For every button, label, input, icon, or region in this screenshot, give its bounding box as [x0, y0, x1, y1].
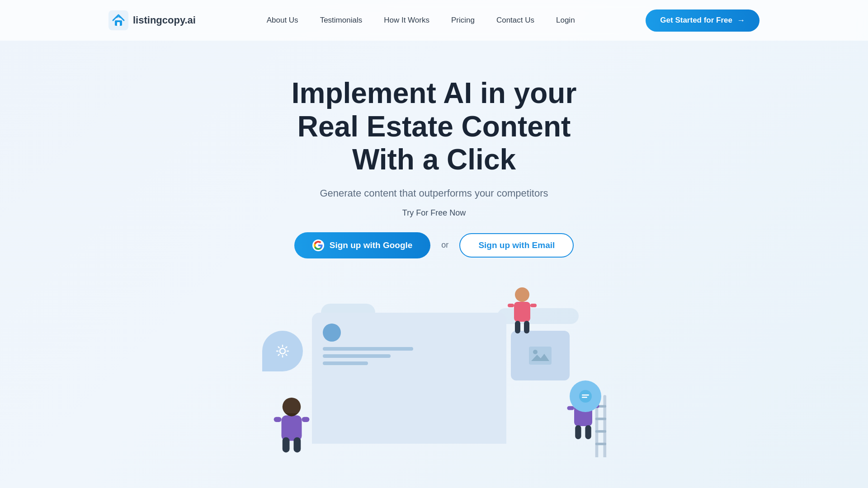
svg-rect-13	[514, 302, 530, 322]
signup-row: Sign up with Google or Sign up with Emai…	[294, 232, 574, 258]
svg-rect-8	[283, 437, 290, 452]
svg-rect-21	[595, 418, 606, 420]
illustration-section	[0, 286, 868, 457]
svg-rect-31	[575, 425, 581, 439]
svg-rect-10	[274, 417, 282, 422]
svg-rect-23	[595, 443, 606, 446]
hero-subtitle: Generate content that outperforms your c…	[320, 188, 548, 199]
svg-rect-4	[529, 347, 552, 365]
svg-rect-35	[582, 397, 587, 398]
illustration-wrapper	[262, 295, 606, 457]
svg-rect-16	[515, 321, 520, 333]
signup-google-button[interactable]: Sign up with Google	[294, 232, 431, 258]
brand-name: listingcopy.ai	[133, 14, 196, 26]
screen-line-3	[323, 361, 368, 365]
person-on-top	[504, 286, 540, 335]
svg-rect-19	[603, 395, 606, 457]
screen-avatar	[323, 324, 341, 342]
svg-rect-14	[508, 304, 514, 307]
settings-bubble	[262, 331, 303, 371]
nav-pricing[interactable]: Pricing	[451, 16, 475, 24]
svg-point-33	[579, 390, 592, 403]
svg-rect-2	[117, 22, 120, 26]
nav-about[interactable]: About Us	[267, 16, 298, 24]
google-icon	[312, 239, 324, 251]
svg-rect-11	[302, 417, 310, 422]
svg-point-12	[515, 287, 529, 302]
screen-line-1	[323, 347, 413, 351]
svg-point-6	[283, 398, 301, 416]
svg-rect-15	[530, 304, 537, 307]
nav-how-it-works[interactable]: How It Works	[384, 16, 429, 24]
logo-icon	[108, 10, 128, 30]
get-started-button[interactable]: Get Started for Free →	[646, 9, 760, 32]
svg-rect-22	[595, 430, 606, 433]
svg-rect-34	[582, 394, 589, 396]
hero-title: Implement AI in your Real Estate Content…	[292, 77, 577, 177]
navbar: listingcopy.ai About Us Testimonials How…	[0, 0, 868, 41]
svg-point-5	[533, 350, 538, 354]
nav-contact[interactable]: Contact Us	[496, 16, 534, 24]
screen-content	[312, 313, 506, 380]
image-placeholder	[511, 331, 570, 380]
person-sitting-left	[271, 394, 312, 457]
svg-rect-17	[524, 321, 529, 333]
svg-rect-7	[282, 415, 302, 441]
chat-icon	[578, 389, 593, 404]
hero-section: Implement AI in your Real Estate Content…	[0, 41, 868, 277]
chat-bubble-right	[570, 380, 601, 412]
main-content-screen	[312, 313, 506, 444]
nav-links: About Us Testimonials How It Works Prici…	[267, 16, 575, 25]
or-separator: or	[441, 240, 448, 250]
logo-link[interactable]: listingcopy.ai	[108, 10, 196, 30]
signup-email-button[interactable]: Sign up with Email	[459, 233, 574, 258]
image-placeholder-icon	[529, 347, 552, 365]
gear-icon	[273, 342, 292, 361]
screen-line-2	[323, 354, 391, 358]
svg-rect-9	[294, 437, 301, 452]
try-free-label: Try For Free Now	[402, 208, 466, 218]
nav-testimonials[interactable]: Testimonials	[320, 16, 363, 24]
nav-login[interactable]: Login	[556, 16, 575, 24]
svg-rect-32	[585, 425, 591, 439]
arrow-icon: →	[737, 16, 745, 25]
svg-point-3	[280, 348, 285, 354]
